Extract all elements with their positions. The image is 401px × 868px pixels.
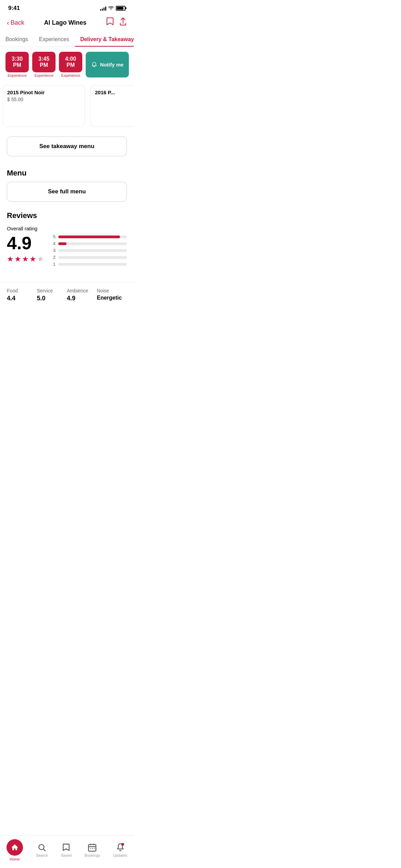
time-slot-400-label: Experience bbox=[61, 73, 80, 77]
wine-name-1: 2015 Pinot Noir bbox=[7, 89, 81, 95]
bar-label-3: 3 bbox=[52, 248, 56, 253]
reviews-section: Reviews Overall rating 4.9 ★ ★ ★ ★ ★ 5 bbox=[0, 204, 134, 282]
share-icon bbox=[119, 17, 127, 26]
star-1: ★ bbox=[7, 255, 14, 264]
reviews-title: Reviews bbox=[7, 211, 127, 220]
rating-bars: 5 4 3 2 bbox=[52, 234, 127, 268]
wine-cards-section: 2015 Pinot Noir $ 55.00 2016 P... bbox=[0, 82, 134, 130]
category-ambience-label: Ambience bbox=[67, 288, 97, 293]
bar-fill-5 bbox=[58, 236, 120, 238]
time-slot-330-btn[interactable]: 3:30 PM bbox=[5, 52, 29, 72]
menu-section: Menu See full menu bbox=[0, 159, 134, 204]
time-slot-345: 3:45 PM Experience bbox=[32, 52, 56, 77]
battery-icon bbox=[116, 6, 125, 11]
category-ratings: Food 4.4 Service 5.0 Ambience 4.9 Noise … bbox=[0, 282, 134, 306]
back-button[interactable]: ‹ Back bbox=[7, 19, 24, 27]
category-ambience-value: 4.9 bbox=[67, 295, 97, 302]
stars-row: ★ ★ ★ ★ ★ bbox=[7, 255, 44, 264]
back-label: Back bbox=[11, 19, 24, 26]
tab-bookings[interactable]: Bookings bbox=[0, 32, 34, 47]
category-noise-label: Noise bbox=[97, 288, 127, 293]
bar-row-5: 5 bbox=[52, 234, 127, 239]
wine-card-1[interactable]: 2015 Pinot Noir $ 55.00 bbox=[3, 85, 85, 127]
time-slot-400-btn[interactable]: 4:00 PM bbox=[59, 52, 82, 72]
tab-experiences[interactable]: Experiences bbox=[34, 32, 75, 47]
signal-icon bbox=[100, 6, 106, 11]
bar-track-4 bbox=[58, 242, 127, 245]
category-noise: Noise Energetic bbox=[97, 288, 127, 302]
bar-label-4: 4 bbox=[52, 241, 56, 246]
bar-row-3: 3 bbox=[52, 248, 127, 253]
bar-track-2 bbox=[58, 256, 127, 259]
back-chevron-icon: ‹ bbox=[7, 19, 9, 27]
star-2: ★ bbox=[14, 255, 21, 264]
wifi-icon bbox=[108, 6, 114, 10]
takeaway-section: See takeaway menu bbox=[0, 130, 134, 159]
bookmark-icon bbox=[106, 17, 114, 26]
category-service: Service 5.0 bbox=[37, 288, 67, 302]
overall-rating-label: Overall rating bbox=[7, 226, 127, 231]
status-time: 9:41 bbox=[8, 5, 20, 12]
time-slots-row: 3:30 PM Experience 3:45 PM Experience 4:… bbox=[0, 47, 134, 82]
category-food-label: Food bbox=[7, 288, 37, 293]
wine-cards-scroll: 2015 Pinot Noir $ 55.00 2016 P... bbox=[0, 82, 134, 130]
star-3: ★ bbox=[22, 255, 29, 264]
category-noise-value: Energetic bbox=[97, 295, 127, 301]
category-ambience: Ambience 4.9 bbox=[67, 288, 97, 302]
time-slot-345-btn[interactable]: 3:45 PM bbox=[32, 52, 56, 72]
star-5: ★ bbox=[37, 255, 44, 264]
status-bar: 9:41 bbox=[0, 0, 134, 14]
category-food: Food 4.4 bbox=[7, 288, 37, 302]
menu-section-title: Menu bbox=[7, 169, 127, 178]
bar-track-5 bbox=[58, 236, 127, 238]
bar-label-5: 5 bbox=[52, 234, 56, 239]
time-slot-345-label: Experience bbox=[35, 73, 53, 77]
tab-bar: Bookings Experiences Delivery & Takeaway… bbox=[0, 32, 134, 47]
time-slot-400: 4:00 PM Experience bbox=[59, 52, 82, 77]
status-icons bbox=[100, 6, 125, 11]
time-slot-330-label: Experience bbox=[8, 73, 26, 77]
bar-track-1 bbox=[58, 263, 127, 266]
category-service-label: Service bbox=[37, 288, 67, 293]
bar-row-2: 2 bbox=[52, 255, 127, 260]
wine-card-1-body: 2015 Pinot Noir $ 55.00 bbox=[3, 85, 85, 126]
see-full-menu-button[interactable]: See full menu bbox=[7, 182, 127, 202]
bar-track-3 bbox=[58, 249, 127, 252]
category-food-value: 4.4 bbox=[7, 295, 37, 302]
notify-me-button[interactable]: Notify me bbox=[86, 52, 129, 77]
wine-card-2-body: 2016 P... bbox=[91, 85, 134, 126]
star-4: ★ bbox=[29, 255, 36, 264]
see-takeaway-menu-button[interactable]: See takeaway menu bbox=[7, 136, 127, 156]
wine-card-2[interactable]: 2016 P... bbox=[90, 85, 134, 127]
rating-layout: 4.9 ★ ★ ★ ★ ★ 5 4 bbox=[7, 234, 127, 268]
bookmark-button[interactable] bbox=[106, 17, 114, 28]
rating-left: 4.9 ★ ★ ★ ★ ★ bbox=[7, 234, 44, 264]
tab-delivery[interactable]: Delivery & Takeaway bbox=[75, 32, 134, 47]
bar-label-2: 2 bbox=[52, 255, 56, 260]
bar-row-1: 1 bbox=[52, 262, 127, 267]
bar-label-1: 1 bbox=[52, 262, 56, 267]
rating-number: 4.9 bbox=[7, 234, 44, 252]
navigation-bar: ‹ Back Al Lago Wines bbox=[0, 14, 134, 32]
wine-price-1: $ 55.00 bbox=[7, 97, 81, 102]
bell-icon bbox=[91, 62, 97, 68]
bar-fill-4 bbox=[58, 242, 66, 245]
page-title: Al Lago Wines bbox=[44, 19, 86, 26]
share-button[interactable] bbox=[119, 17, 127, 28]
nav-actions bbox=[106, 17, 127, 28]
wine-name-2: 2016 P... bbox=[95, 89, 134, 95]
time-slot-330: 3:30 PM Experience bbox=[5, 52, 29, 77]
bar-row-4: 4 bbox=[52, 241, 127, 246]
category-service-value: 5.0 bbox=[37, 295, 67, 302]
